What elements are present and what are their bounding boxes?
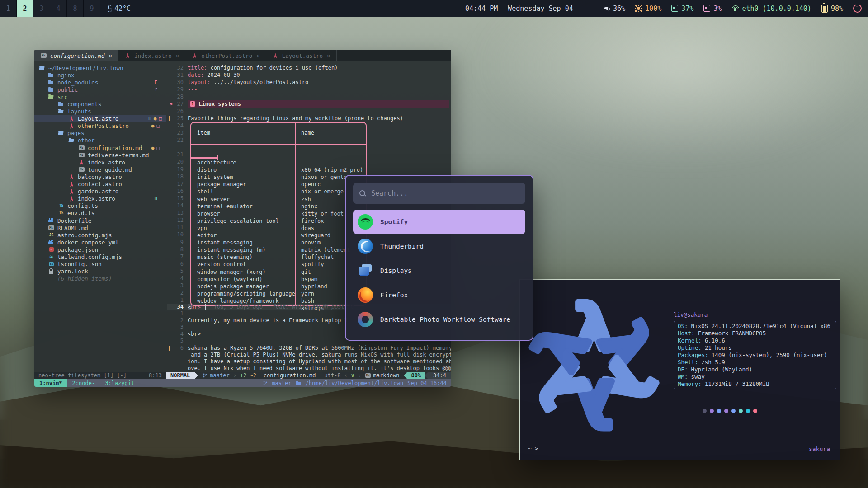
clock-module[interactable]: 04:44 PM Wednesday Sep 04 [465,0,573,17]
brightness-module[interactable]: 100% [635,5,661,13]
tree-item[interactable]: nginx [34,71,166,79]
buffer-line[interactable]: 28 [167,93,451,100]
table-row[interactable]: package manager nix or emerge [191,174,366,181]
table-row[interactable]: music (streaming) spotify [191,246,366,253]
line-number: 34 [167,304,184,310]
tree-item[interactable]: Layout.astro H●□ [34,115,166,122]
markdown-heading-line[interactable]: 27 1 Linux systems [167,100,449,108]
table-row[interactable]: shell zsh [191,181,366,188]
launcher-app-row[interactable]: Darktable Photo Workflow Software [353,307,525,332]
tree-item[interactable]: otherPost.astro ●□ [34,122,166,130]
gpu-module[interactable]: 3% [703,5,722,13]
tree-item[interactable]: yarn.lock [34,268,166,275]
launcher-app-row[interactable]: Displays [353,258,525,283]
git-modified-count: ~2 [250,372,256,379]
buffer-tab[interactable]: otherPost.astro × [185,50,266,61]
tree-item[interactable]: package.json [34,246,166,253]
table-row[interactable]: privilege escalation tool doas [191,210,366,217]
tree-item[interactable]: garden.astro [34,188,166,195]
tree-item[interactable]: index.astro H [34,195,166,202]
tmux-window-tab[interactable]: 2:node- [67,379,100,387]
close-icon[interactable]: × [327,52,330,59]
tree-item[interactable]: components [34,100,166,108]
workspace-button[interactable]: 1 [0,0,17,17]
close-icon[interactable]: × [176,52,179,59]
tree-root[interactable]: ~/Development/liv.town [34,64,166,71]
tree-item[interactable]: contact.astro [34,181,166,188]
workspace-button[interactable]: 2 [17,0,33,17]
tree-item[interactable]: astro.config.mjs [34,231,166,239]
buffer-line[interactable]: ove. I use Nix when I need software with… [167,365,451,372]
buffer-line[interactable]: 29 --- [167,86,451,93]
tree-item[interactable]: Dockerfile [34,217,166,224]
table-row[interactable]: window manager (xorg) bspwm [191,261,366,268]
tree-item[interactable]: pages [34,130,166,137]
table-row[interactable]: nodejs package manager yarn [191,276,366,283]
battery-module[interactable]: 98% [821,5,843,13]
buffer-line[interactable]: 25 Favorite things regarding Linux and m… [167,115,451,122]
volume-module[interactable]: 36% [604,5,625,13]
table-row[interactable]: webdev language/framework astrojs [191,290,366,297]
pane-separator[interactable] [166,61,166,372]
tree-item[interactable]: public ? [34,86,166,93]
temperature-module[interactable]: 42°C [108,5,131,13]
buffer-tab[interactable]: index.astro × [118,50,185,61]
launcher-search-field[interactable]: Search... [353,183,525,204]
tree-item[interactable]: other [34,137,166,144]
tree-item[interactable]: balcony.astro [34,173,166,180]
buffer-line[interactable]: 31 date: 2024-08-30 [167,71,451,79]
markdown-icon [78,152,85,158]
tree-item[interactable]: tailwind.config.mjs [34,253,166,260]
table-row[interactable]: architecture x86_64 (rip m2 pro) [191,152,366,159]
workspace-button[interactable]: 9 [84,0,100,17]
close-icon[interactable]: × [256,52,260,59]
tree-item[interactable]: layouts [34,108,166,115]
table-row[interactable]: vpn wireguard [191,217,366,225]
table-row[interactable]: compositor (wayland) hyprland [191,268,366,276]
workspace-button[interactable]: 3 [33,0,50,17]
buffer-line[interactable]: 26 [167,108,451,115]
shell-prompt[interactable]: ~ > [528,445,546,452]
buffer-line[interactable]: 6 sakura has a Ryzen 5 7640U, 32GB of DD… [167,345,451,352]
tmux-window-tab[interactable]: 1:nvim* [34,379,67,387]
tree-item[interactable]: node_modules E [34,79,166,86]
buffer-line[interactable]: and a 2TB (Crucial P5 Plus) NVMe drive. … [167,352,451,358]
launcher-app-row[interactable]: Firefox [353,283,525,307]
workspace-button[interactable]: 8 [67,0,84,17]
git-branch[interactable]: master [203,372,229,379]
buffer-line[interactable]: 32 title: configuration for devices i us… [167,64,451,71]
launcher-app-row[interactable]: Thunderbird [353,234,525,258]
table-row[interactable]: programming/scripting language bash [191,283,366,290]
launcher-app-row[interactable]: Spotify [353,210,525,234]
tree-item[interactable]: tone-guide.md [34,166,166,173]
table-row[interactable]: web server nginx [191,188,366,195]
power-module[interactable] [853,4,865,13]
tree-item[interactable]: docker-compose.yml [34,239,166,246]
cpu-module[interactable]: 37% [671,5,693,13]
table-row[interactable]: version control git [191,253,366,261]
tree-item[interactable]: config.ts [34,202,166,210]
table-row[interactable]: init system openrc [191,166,366,174]
table-row[interactable]: editor neovim [191,225,366,232]
buffer-line[interactable]: 30 layout: ../../layouts/otherPost.astro [167,79,451,86]
close-icon[interactable]: × [108,52,112,59]
tree-item[interactable]: configuration.md ●□ [34,144,166,151]
table-row[interactable]: instant messaging (m) fluffychat [191,239,366,246]
tree-item[interactable]: env.d.ts [34,210,166,217]
network-module[interactable]: eth0 (10.0.0.140) [731,5,811,13]
workspace-button[interactable]: 4 [50,0,67,17]
tmux-window-tab[interactable]: 3:lazygit [100,379,139,387]
tree-item[interactable]: (6 hidden items) [34,275,166,282]
buffer-line[interactable]: ion. I have a setup consisting of Hyprla… [167,358,451,365]
table-row[interactable]: browser firefox [191,203,366,210]
tree-item[interactable]: fediverse-terms.md [34,151,166,159]
buffer-tab[interactable]: Layout.astro × [266,50,337,61]
tree-item[interactable]: README.md [34,224,166,231]
buffer-tab[interactable]: configuration.md × [34,50,118,61]
tree-item[interactable]: tsconfig.json [34,261,166,268]
table-row[interactable]: instant messaging matrix (element [191,232,366,239]
tree-item[interactable]: src [34,93,166,100]
tree-item[interactable]: index.astro [34,159,166,166]
table-row[interactable]: terminal emulator kitty or foot [191,196,366,203]
table-row[interactable]: distro nixos or gentoo [191,159,366,166]
